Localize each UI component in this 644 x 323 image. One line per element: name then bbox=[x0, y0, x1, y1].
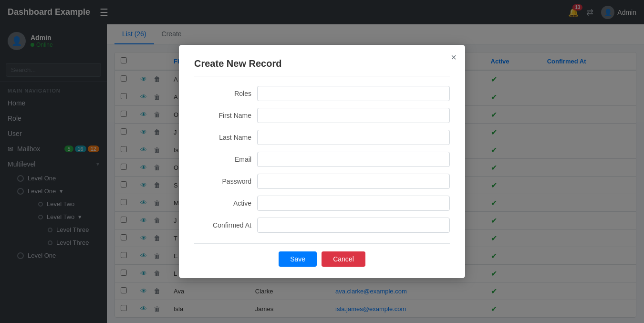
input-confirmed-at[interactable] bbox=[257, 218, 450, 233]
form-row-first-name: First Name bbox=[194, 108, 450, 123]
label-password: Password bbox=[194, 177, 251, 185]
label-confirmed-at: Confirmed At bbox=[194, 221, 251, 229]
cancel-button[interactable]: Cancel bbox=[322, 251, 365, 267]
label-roles: Roles bbox=[194, 90, 251, 97]
modal-title: Create New Record bbox=[194, 58, 450, 76]
save-button[interactable]: Save bbox=[279, 251, 317, 267]
label-first-name: First Name bbox=[194, 112, 251, 119]
modal-overlay: Create New Record × Roles First Name Las… bbox=[0, 0, 644, 323]
input-email[interactable] bbox=[257, 152, 450, 167]
input-password[interactable] bbox=[257, 174, 450, 189]
input-roles[interactable] bbox=[257, 86, 450, 101]
form-row-roles: Roles bbox=[194, 86, 450, 101]
create-record-modal: Create New Record × Roles First Name Las… bbox=[179, 45, 465, 278]
input-first-name[interactable] bbox=[257, 108, 450, 123]
modal-footer: Save Cancel bbox=[194, 243, 450, 267]
label-active: Active bbox=[194, 199, 251, 207]
input-last-name[interactable] bbox=[257, 130, 450, 145]
form-row-active: Active bbox=[194, 196, 450, 211]
input-active[interactable] bbox=[257, 196, 450, 211]
label-email: Email bbox=[194, 156, 251, 163]
modal-close-button[interactable]: × bbox=[451, 52, 457, 62]
label-last-name: Last Name bbox=[194, 134, 251, 141]
form-row-email: Email bbox=[194, 152, 450, 167]
form-row-last-name: Last Name bbox=[194, 130, 450, 145]
form-row-confirmed-at: Confirmed At bbox=[194, 218, 450, 233]
form-row-password: Password bbox=[194, 174, 450, 189]
